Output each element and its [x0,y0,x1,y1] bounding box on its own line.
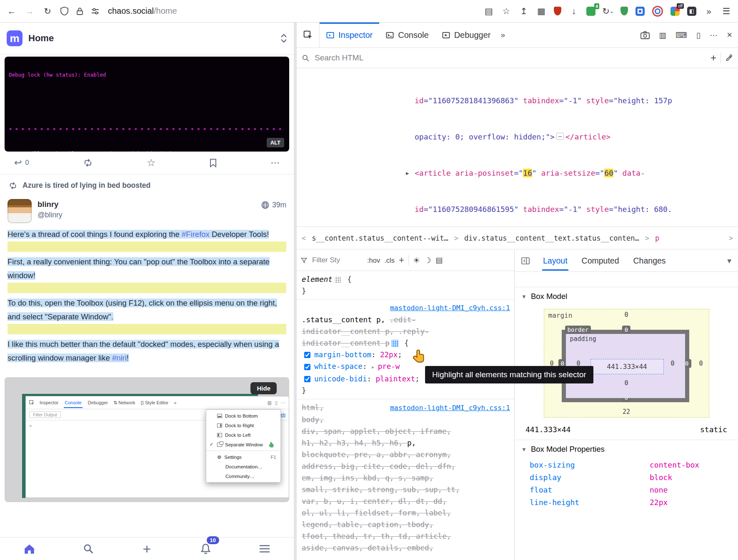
css-rule-selector[interactable]: blockquote, pre, a, abbr, acronym, [297,449,514,460]
box-model-property[interactable]: displayblock [515,471,738,483]
pick-element-button[interactable] [297,22,320,47]
box-model-diagram[interactable]: margin 0 0 0 22 border 0 0 0 0 padding 0… [544,309,709,418]
mini-tab-debugger[interactable]: Debugger [88,400,108,405]
reply-button[interactable]: ↩0 [14,157,29,168]
markup-line[interactable]: opacity: 0; overflow: hidden;">⋯</articl… [297,131,738,143]
css-rule-selector[interactable]: h1, h2, h3, h4, h5, h6, p, [297,437,514,449]
highlight-selector-icon[interactable] [335,276,341,283]
css-rule-selector[interactable]: body, [297,414,514,426]
css-rule-selector[interactable]: indicator__content p, .reply- [297,326,514,337]
boost-notice[interactable]: Azure is tired of lying in bed boosted [0,174,294,194]
margin-right-value[interactable]: 0 [699,360,703,367]
content-box[interactable]: 441.333×44 [590,359,664,374]
css-rule-selector[interactable]: .status__content p, .edit- [297,314,514,326]
css-declaration[interactable]: margin-bottom: 22px; [297,349,514,361]
light-scheme-icon[interactable]: ☀ [413,256,420,265]
permissions-icon[interactable] [91,7,99,15]
mini-responsive-icon[interactable]: ▯ [275,400,278,406]
avatar[interactable] [8,199,32,223]
css-rule-selector[interactable]: tfoot, thead, tr, th, td, article, [297,530,514,542]
css-rule-selector[interactable]: address, big, cite, code, del, dfn, [297,460,514,472]
css-rule-selector[interactable]: em, img, ins, kbd, q, s, samp, [297,472,514,484]
responsive-design-icon[interactable]: ▯ [696,30,700,40]
crumb-scroll-right-icon[interactable]: > [729,234,733,242]
mini-overflow-icon[interactable]: » [174,400,176,405]
tab-layout[interactable]: Layout [542,251,568,271]
sidebar-dropdown-icon[interactable]: ▾ [727,256,731,266]
stylesheet-link[interactable]: mastodon-light-DMI_c9yh.css:1 [390,302,510,314]
create-node-icon[interactable]: + [710,52,716,64]
download-icon[interactable]: ↓ [569,6,579,16]
split-console-icon[interactable]: ▥ [659,30,666,40]
mini-tab-network[interactable]: ⇅ Network [113,400,135,406]
eyedropper-icon[interactable] [725,54,733,62]
hide-media-button[interactable]: Hide [250,382,277,394]
search-html-input[interactable] [314,53,706,63]
lock-icon[interactable] [76,7,83,15]
css-rule-selector[interactable]: element { [297,274,514,285]
crumb-scroll-left-icon[interactable]: < [302,234,306,242]
mini-tab-styleeditor[interactable]: {} Style Editor [141,400,169,405]
toolbar-overflow-icon[interactable]: » [704,6,714,16]
margin-bottom-value[interactable]: 22 [623,408,630,416]
share-icon[interactable]: ↥ [519,6,529,16]
markup-line[interactable]: id="116075280946861595" tabindex="-1" st… [297,203,738,215]
css-rule-selector[interactable]: small, strike, strong, sub, sup, tt, [297,484,514,495]
sync-dropdown-icon[interactable]: ↻⌄ [603,6,613,16]
breadcrumb-item-selected[interactable]: p [655,234,659,242]
extension-icon-green[interactable]: 4 [586,7,595,16]
breadcrumb-item[interactable]: div.status__content__text.status__conten… [464,234,639,242]
more-button[interactable]: ⋯ [270,157,280,168]
nav-compose[interactable]: + [135,540,160,558]
class-panel-button[interactable]: .cls [384,256,395,264]
add-rule-icon[interactable]: + [399,255,404,266]
box-model-property[interactable]: floatnone [515,483,738,496]
breadcrumb-item[interactable]: s__content.status__content--wit… [312,234,448,242]
back-icon[interactable]: ← [7,6,17,16]
declaration-toggle[interactable] [304,364,310,370]
tab-console[interactable]: Console [379,22,435,47]
box-model-property[interactable]: box-sizingcontent-box [515,458,738,471]
nav-home[interactable] [17,540,42,558]
filter-styles-input[interactable] [311,256,363,265]
hashtag-link[interactable]: #Firefox [182,230,210,239]
declaration-toggle[interactable] [304,376,310,382]
box-model-header[interactable]: ▼Box Model [515,287,738,306]
post-terminal-image[interactable]: Debug lock (hw status): Enabled * * * * … [5,57,289,152]
tracking-protection-icon[interactable] [60,7,68,15]
tab-debugger[interactable]: Debugger [435,22,498,47]
pseudo-class-button[interactable]: :hov [367,256,380,264]
declaration-toggle[interactable] [304,352,310,358]
dark-extension-icon[interactable]: ◧ [687,7,696,16]
margin-top-value[interactable]: 0 [624,311,628,319]
stylesheet-link[interactable]: mastodon-light-DMI_c9yh.css:1 [390,402,510,414]
boost-button[interactable] [83,159,93,167]
hashtag-link[interactable]: #niri [112,353,127,362]
tab-computed[interactable]: Computed [581,251,620,271]
close-devtools-icon[interactable]: × [727,30,732,40]
menu-item-dock-left[interactable]: Dock to Left [206,430,280,440]
three-pane-toggle-icon[interactable] [521,257,530,264]
css-rule-selector[interactable]: indicator__content p { [297,337,514,349]
search-extension-icon[interactable] [635,7,645,16]
tab-changes[interactable]: Changes [633,251,667,271]
meatball-menu-icon[interactable]: ⋯ [710,30,718,40]
menu-item-documentation[interactable]: Documentation… [206,462,280,471]
padding-bottom-value[interactable]: 0 [624,379,628,387]
css-rule-selector[interactable]: legend, table, caption, tbody, [297,519,514,530]
mini-menu-icon[interactable]: ⋯ [281,400,285,406]
mini-filter-input[interactable]: Filter Output [29,411,61,418]
css-rule-selector[interactable]: aside, canvas, details, embed, [297,542,514,554]
ublock-origin-icon[interactable] [554,7,561,15]
alt-badge[interactable]: ALT [267,138,284,147]
nav-menu[interactable] [252,540,277,558]
menu-item-separate-window[interactable]: ✓ Separate Window [206,440,280,449]
box-model-property[interactable]: line-height22px [515,496,738,508]
border-top-value[interactable]: 0 [622,326,630,334]
mastodon-logo[interactable]: m [7,30,23,46]
css-rule-selector[interactable]: var, b, u, i, center, dl, dt, dd, [297,495,514,507]
css-rule-selector[interactable]: ol, ul, li, fieldset, form, label, [297,507,514,519]
screenshot-icon[interactable] [640,31,650,39]
menu-item-dock-bottom[interactable]: Dock to Bottom [206,411,280,421]
mini-tab-console[interactable]: Console [64,397,82,408]
